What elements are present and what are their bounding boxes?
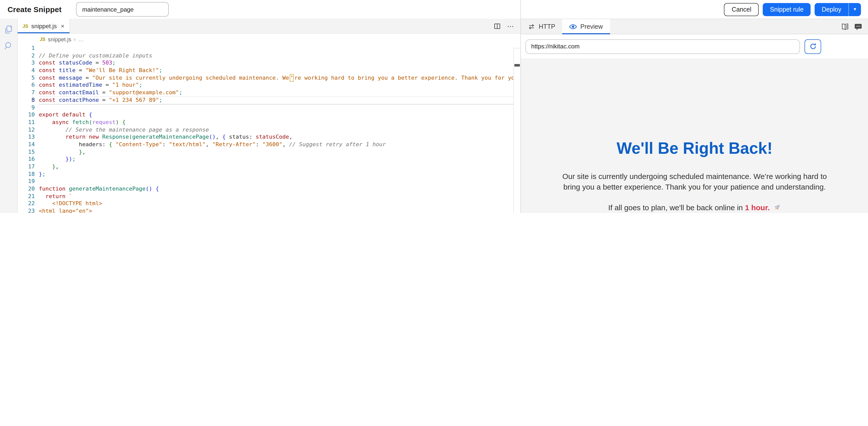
- code-line[interactable]: 10export default {: [18, 111, 521, 119]
- code-text: },: [39, 148, 521, 156]
- files-icon[interactable]: [3, 25, 13, 35]
- line-number[interactable]: 19: [18, 178, 35, 186]
- line-number[interactable]: 10: [18, 111, 35, 119]
- line-number[interactable]: 22: [18, 200, 35, 208]
- code-text: return new Response(generateMaintenanceP…: [39, 134, 521, 141]
- line-number[interactable]: 18: [18, 171, 35, 178]
- refresh-button[interactable]: [805, 39, 822, 54]
- code-line[interactable]: 3const statusCode = 503;: [18, 60, 521, 67]
- breadcrumb-file[interactable]: snippet.js: [48, 36, 71, 42]
- code-line[interactable]: 23<html lang="en">: [18, 208, 521, 213]
- app-window: Create Snippet JS s: [0, 0, 868, 213]
- tab-http[interactable]: HTTP: [521, 19, 562, 34]
- code-line[interactable]: 12 // Serve the maintenance page as a re…: [18, 126, 521, 134]
- code-line[interactable]: 16 });: [18, 156, 521, 163]
- tab-label: snippet.js: [31, 23, 57, 29]
- page-header: Create Snippet: [0, 0, 521, 19]
- code-line[interactable]: 2// Define your customizable inputs: [18, 52, 521, 59]
- actions-row: Cancel Snippet rule Deploy ▼: [521, 0, 868, 19]
- code-line[interactable]: 5const message = "Our site is currently …: [18, 75, 521, 82]
- code-line[interactable]: 17 },: [18, 163, 521, 171]
- split-editor-icon[interactable]: [494, 23, 501, 29]
- code-line[interactable]: 19: [18, 178, 521, 186]
- code-line[interactable]: 15 },: [18, 148, 521, 156]
- line-number[interactable]: 13: [18, 134, 35, 141]
- line-number[interactable]: 1: [18, 45, 35, 52]
- line-number[interactable]: 15: [18, 148, 35, 156]
- editor-column: JS snippet.js × ⋯ JS snippet.js: [18, 19, 521, 213]
- line-number[interactable]: 12: [18, 126, 35, 134]
- line-number[interactable]: 2: [18, 52, 35, 59]
- breadcrumb-more[interactable]: …: [78, 36, 84, 42]
- line-number[interactable]: 7: [18, 89, 35, 96]
- line-number[interactable]: 21: [18, 193, 35, 200]
- editor-actions: ⋯: [494, 19, 521, 33]
- js-file-icon: JS: [40, 37, 45, 42]
- code-line[interactable]: 11 async fetch(request) {: [18, 119, 521, 126]
- maintenance-message: Our site is currently undergoing schedul…: [543, 171, 845, 192]
- search-icon[interactable]: [3, 41, 13, 51]
- eye-icon: [569, 24, 577, 29]
- code-line[interactable]: 21 return `: [18, 193, 521, 200]
- line-number[interactable]: 16: [18, 156, 35, 163]
- line-number[interactable]: 14: [18, 141, 35, 148]
- deploy-dropdown-button[interactable]: ▼: [848, 3, 861, 16]
- code-line[interactable]: 13 return new Response(generateMaintenan…: [18, 134, 521, 141]
- code-line[interactable]: 22 <!DOCTYPE html>: [18, 200, 521, 208]
- code-text: [39, 45, 521, 52]
- code-text: [39, 104, 521, 111]
- line-number[interactable]: 5: [18, 75, 35, 82]
- js-file-icon: JS: [23, 24, 28, 28]
- refresh-icon: [810, 43, 817, 50]
- line-number[interactable]: 17: [18, 163, 35, 171]
- snippet-name-input[interactable]: [76, 2, 169, 17]
- code-text: const statusCode = 503;: [39, 60, 521, 67]
- code-text: const contactEmail = "support@example.co…: [39, 89, 521, 96]
- code-line[interactable]: 4const title = "We'll Be Right Back!";: [18, 67, 521, 74]
- editor-scrollbar[interactable]: [514, 48, 521, 213]
- tab-snippet-js[interactable]: JS snippet.js ×: [18, 19, 70, 33]
- breadcrumb[interactable]: JS snippet.js › …: [18, 34, 521, 45]
- preview-viewport: We'll Be Right Back! Our site is current…: [521, 58, 868, 213]
- line-number[interactable]: 20: [18, 186, 35, 193]
- http-arrows-icon: [528, 24, 535, 29]
- code-line[interactable]: 7const contactEmail = "support@example.c…: [18, 89, 521, 96]
- code-line[interactable]: 14 headers: { "Content-Type": "text/html…: [18, 141, 521, 148]
- line-number[interactable]: 3: [18, 60, 35, 67]
- preview-pane: Cancel Snippet rule Deploy ▼ HTTP Previe…: [521, 0, 868, 213]
- tab-preview[interactable]: Preview: [562, 19, 610, 34]
- code-line[interactable]: 1: [18, 45, 521, 52]
- line-number[interactable]: 8: [18, 97, 35, 104]
- deploy-button[interactable]: Deploy: [815, 3, 848, 16]
- code-line[interactable]: 20function generateMaintenancePage() {: [18, 186, 521, 193]
- code-text: function generateMaintenancePage() {: [39, 186, 521, 193]
- more-actions-icon[interactable]: ⋯: [507, 22, 515, 30]
- active-tab-underline: [562, 33, 610, 34]
- code-text: headers: { "Content-Type": "text/html", …: [39, 141, 521, 148]
- tab-preview-label: Preview: [580, 23, 603, 30]
- workbench: JS snippet.js × ⋯ JS snippet.js: [0, 19, 521, 213]
- code-line[interactable]: 8const contactPhone = "+1 234 567 89";: [18, 97, 521, 104]
- close-tab-icon[interactable]: ×: [61, 23, 64, 29]
- code-line[interactable]: 18};: [18, 171, 521, 178]
- scrollbar-thumb[interactable]: [515, 64, 520, 66]
- code-line[interactable]: 9: [18, 104, 521, 111]
- code-text: };: [39, 171, 521, 178]
- line-number[interactable]: 9: [18, 104, 35, 111]
- line-number[interactable]: 11: [18, 119, 35, 126]
- rocket-icon: [773, 204, 781, 211]
- line-number[interactable]: 23: [18, 208, 35, 213]
- editor-pane: Create Snippet JS s: [0, 0, 521, 213]
- snippet-rule-button[interactable]: Snippet rule: [763, 3, 811, 16]
- line-number[interactable]: 4: [18, 67, 35, 74]
- cancel-button[interactable]: Cancel: [724, 3, 759, 16]
- code-line[interactable]: 6const estimatedTime = "1 hour";: [18, 82, 521, 89]
- code-editor[interactable]: 12// Define your customizable inputs3con…: [18, 45, 521, 213]
- docs-book-icon[interactable]: [841, 23, 849, 30]
- line-number[interactable]: 6: [18, 82, 35, 89]
- code-text: const message = "Our site is currently u…: [39, 75, 521, 82]
- code-text: // Define your customizable inputs: [39, 52, 521, 59]
- discord-chat-icon[interactable]: [855, 23, 862, 30]
- preview-tab-actions: [841, 19, 868, 34]
- preview-url-input[interactable]: [526, 39, 800, 54]
